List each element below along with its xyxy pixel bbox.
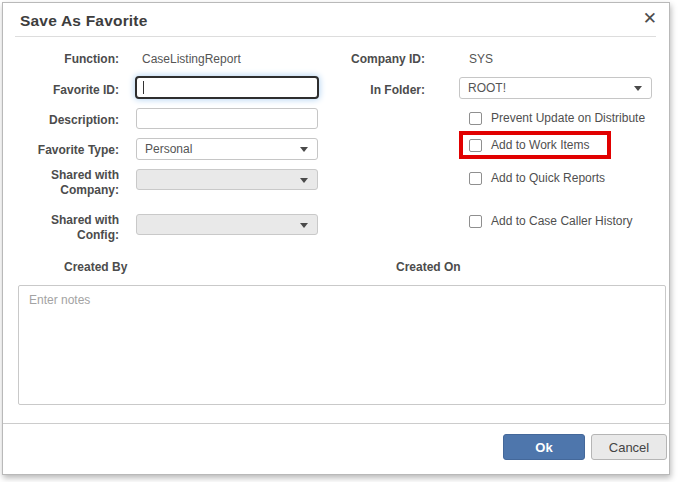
company-id-label: Company ID:	[333, 52, 425, 67]
checkbox-icon[interactable]	[469, 172, 482, 185]
favorite-type-value: Personal	[145, 142, 192, 156]
in-folder-label: In Folder:	[333, 83, 425, 98]
checkbox-icon[interactable]	[469, 112, 482, 125]
checkbox-prevent-update-on-distribute[interactable]: Prevent Update on Distribute	[469, 111, 645, 125]
chevron-down-icon	[300, 178, 308, 183]
cancel-button[interactable]: Cancel	[591, 434, 667, 460]
company-id-value: SYS	[469, 52, 493, 66]
checkbox-icon[interactable]	[469, 139, 482, 152]
checkbox-label: Add to Work Items	[491, 138, 589, 152]
description-label: Description:	[19, 113, 119, 128]
header-divider	[15, 36, 656, 37]
in-folder-value: ROOT!	[468, 81, 506, 95]
favorite-type-label: Favorite Type:	[19, 143, 119, 158]
save-as-favorite-dialog: Save As Favorite ✕ Function: CaseListing…	[2, 2, 670, 475]
checkbox-label: Prevent Update on Distribute	[491, 111, 645, 125]
ok-button[interactable]: Ok	[503, 434, 585, 460]
in-folder-select[interactable]: ROOT!	[459, 77, 652, 99]
shared-with-company-select	[136, 169, 318, 190]
shared-with-company-label: Shared with Company:	[19, 168, 119, 198]
screen: Save As Favorite ✕ Function: CaseListing…	[0, 0, 682, 482]
shared-with-config-label: Shared with Config:	[19, 213, 119, 243]
favorite-type-select[interactable]: Personal	[136, 138, 318, 160]
created-by-label: Created By	[64, 260, 127, 274]
chevron-down-icon	[300, 147, 308, 152]
chevron-down-icon	[300, 223, 308, 228]
favorite-id-input[interactable]	[135, 76, 319, 99]
checkbox-add-to-work-items[interactable]: Add to Work Items	[469, 138, 589, 152]
favorite-id-label: Favorite ID:	[19, 83, 119, 98]
created-on-label: Created On	[396, 260, 461, 274]
checkbox-label: Add to Quick Reports	[491, 171, 605, 185]
close-icon[interactable]: ✕	[643, 9, 657, 29]
notes-textarea[interactable]	[18, 285, 666, 405]
chevron-down-icon	[634, 86, 642, 91]
checkbox-add-to-quick-reports[interactable]: Add to Quick Reports	[469, 171, 605, 185]
shared-with-config-select	[136, 214, 318, 235]
function-label: Function:	[19, 52, 119, 67]
function-value: CaseListingReport	[142, 52, 241, 66]
footer-divider	[3, 423, 669, 424]
checkbox-label: Add to Case Caller History	[491, 214, 632, 228]
description-input[interactable]	[136, 108, 318, 129]
checkbox-add-to-case-caller-history[interactable]: Add to Case Caller History	[469, 214, 632, 228]
checkbox-icon[interactable]	[469, 215, 482, 228]
dialog-title: Save As Favorite	[20, 12, 148, 30]
text-cursor	[143, 81, 144, 94]
